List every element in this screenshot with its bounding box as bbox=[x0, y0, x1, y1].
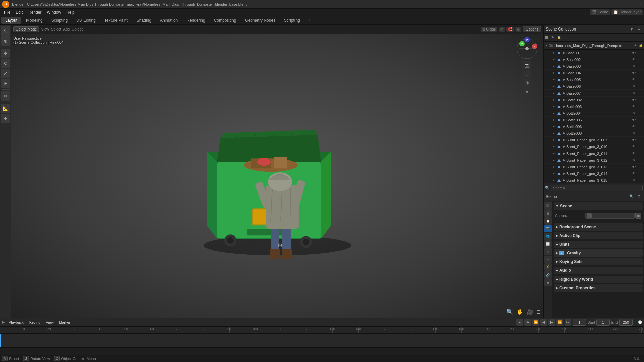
prop-tab-constraints[interactable]: 🔗 bbox=[544, 271, 552, 279]
item-expand-icon[interactable]: ▶ bbox=[552, 64, 556, 68]
item-select-btn[interactable]: ↓ bbox=[637, 131, 643, 136]
item-visibility-btn[interactable]: 👁 bbox=[631, 90, 637, 96]
prop-tab-output[interactable]: 🖨 bbox=[544, 209, 552, 217]
item-expand-icon[interactable]: ▶ bbox=[552, 98, 556, 102]
item-visibility-btn[interactable]: 👁 bbox=[631, 84, 637, 89]
outliner-item-5[interactable]: ▶▶Base006👁↓ bbox=[544, 83, 644, 90]
menu-help[interactable]: Help bbox=[64, 9, 77, 15]
item-visibility-btn[interactable]: 👁 bbox=[631, 70, 637, 76]
tab-geometry-nodes[interactable]: Geometry Nodes bbox=[241, 17, 279, 24]
outliner-item-14[interactable]: ▶▶Burnt_Paper_geo_3_010👁↓ bbox=[544, 143, 644, 150]
gravity-checkbox[interactable]: ✓ bbox=[559, 251, 564, 255]
item-visibility-btn[interactable]: 👁 bbox=[631, 111, 637, 116]
item-select-btn[interactable]: ↓ bbox=[637, 64, 643, 69]
outliner-item-9[interactable]: ▶▶Bottle004👁↓ bbox=[544, 110, 644, 117]
viewport-grid-icon[interactable]: ⊞ bbox=[523, 70, 531, 78]
window-maximize[interactable]: □ bbox=[634, 2, 636, 6]
expand-scene-icon[interactable]: ▼ bbox=[545, 44, 548, 47]
scene-visible-icon[interactable]: 👁 bbox=[634, 44, 637, 47]
menu-file[interactable]: File bbox=[1, 9, 13, 15]
prop-tab-material[interactable]: ⬬ bbox=[544, 279, 552, 286]
outliner-filter-icon[interactable]: ▼ bbox=[629, 26, 635, 32]
viewport-select-menu[interactable]: Select bbox=[51, 27, 61, 31]
filter-icon2[interactable]: 🔒 bbox=[556, 35, 562, 41]
menu-render[interactable]: Render bbox=[25, 9, 44, 15]
display-mode-icons[interactable]: ☰ bbox=[545, 36, 548, 39]
window-close[interactable]: ✕ bbox=[639, 2, 642, 6]
item-select-btn[interactable]: ↓ bbox=[637, 117, 643, 123]
item-visibility-btn[interactable]: 👁 bbox=[631, 137, 637, 143]
menu-edit[interactable]: Edit bbox=[13, 9, 25, 15]
item-visibility-btn[interactable]: 👁 bbox=[631, 50, 637, 56]
play-back[interactable]: ◀ bbox=[540, 319, 547, 326]
camera-value[interactable] bbox=[585, 213, 635, 219]
viewport-overlay-icon[interactable]: ◑ bbox=[523, 79, 531, 87]
outliner-item-3[interactable]: ▶▶Base004👁↓ bbox=[544, 70, 644, 76]
item-expand-icon[interactable]: ▶ bbox=[552, 118, 556, 122]
item-select-btn[interactable]: ↓ bbox=[637, 111, 643, 116]
item-expand-icon[interactable]: ▶ bbox=[552, 172, 556, 176]
item-select-btn[interactable]: ↓ bbox=[637, 144, 643, 149]
outliner-item-10[interactable]: ▶▶Bottle005👁↓ bbox=[544, 117, 644, 123]
item-visibility-btn[interactable]: 👁 bbox=[631, 171, 637, 176]
outliner-item-13[interactable]: ▶▶Burnt_Paper_geo_3_007👁↓ bbox=[544, 137, 644, 143]
item-visibility-btn[interactable]: 👁 bbox=[631, 97, 637, 103]
viewport-3d[interactable]: Object Mode View Select Add Object ⊞ Glo… bbox=[11, 25, 543, 318]
marker-menu[interactable]: Marker bbox=[58, 320, 72, 325]
timeline-ruler[interactable]: 1102030405060708090100110120130140150160… bbox=[0, 327, 644, 334]
transform-global[interactable]: ⊞ Global bbox=[481, 27, 497, 32]
jump-end[interactable]: ⏭ bbox=[565, 319, 571, 326]
item-expand-icon[interactable]: ▶ bbox=[552, 158, 556, 162]
viewport-view-menu[interactable]: View bbox=[41, 27, 49, 31]
item-select-btn[interactable]: ↓ bbox=[637, 151, 643, 156]
tab-texture-paint[interactable]: Texture Paint bbox=[100, 17, 132, 24]
viewport-object-menu[interactable]: Object bbox=[72, 27, 83, 31]
item-expand-icon[interactable]: ▶ bbox=[552, 125, 556, 129]
playback-menu[interactable]: Playback bbox=[7, 320, 25, 325]
item-select-btn[interactable]: ↓ bbox=[637, 50, 643, 56]
navigation-gizmo[interactable]: X Y Z bbox=[515, 37, 539, 60]
tab-sculpting[interactable]: Sculpting bbox=[47, 17, 72, 24]
tab-scripting[interactable]: Scripting bbox=[280, 17, 304, 24]
scene-3d[interactable]: X Y Z 📷 ⊞ ◑ ● 🔍 bbox=[11, 25, 543, 318]
viewport-shading-icon[interactable]: ● bbox=[523, 87, 531, 96]
item-visibility-btn[interactable]: 👁 bbox=[631, 178, 637, 183]
outliner-item-15[interactable]: ▶▶Burnt_Paper_geo_3_011👁↓ bbox=[544, 150, 644, 157]
item-visibility-btn[interactable]: 👁 bbox=[631, 104, 637, 109]
item-expand-icon[interactable]: ▶ bbox=[552, 58, 556, 62]
prop-tab-mesh[interactable]: △ bbox=[544, 248, 552, 255]
viewport-search[interactable]: 🔍 bbox=[506, 309, 513, 315]
item-expand-icon[interactable]: ▶ bbox=[552, 51, 556, 55]
toolbar-move[interactable]: ✥ bbox=[1, 49, 10, 58]
outliner-settings-icon[interactable]: ⚙ bbox=[636, 26, 642, 32]
keying-menu[interactable]: Keying bbox=[28, 320, 42, 325]
tab-shading[interactable]: Shading bbox=[132, 17, 155, 24]
item-expand-icon[interactable]: ▶ bbox=[552, 84, 556, 88]
properties-search-icon[interactable]: 🔍 bbox=[629, 194, 635, 200]
outliner-item-6[interactable]: ▶▶Base007👁↓ bbox=[544, 90, 644, 97]
prop-tab-view-layer[interactable]: 📋 bbox=[544, 217, 552, 225]
custom-props-header[interactable]: ▶ Custom Properties bbox=[554, 284, 643, 292]
outliner-item-4[interactable]: ▶▶Base005👁↓ bbox=[544, 76, 644, 83]
tab-animation[interactable]: Animation bbox=[156, 17, 182, 24]
viewport-camera-view[interactable]: 🎥 bbox=[527, 309, 533, 315]
item-select-btn[interactable]: ↓ bbox=[637, 137, 643, 143]
outliner-item-12[interactable]: ▶▶Bottle008👁↓ bbox=[544, 130, 644, 137]
item-select-btn[interactable]: ↓ bbox=[637, 158, 643, 163]
scene-selector[interactable]: 🎬 Scene bbox=[590, 9, 610, 15]
item-expand-icon[interactable]: ▶ bbox=[552, 105, 556, 109]
render-layer-selector[interactable]: 📋 RenderLayer bbox=[611, 9, 643, 15]
tab-rendering[interactable]: Rendering bbox=[182, 17, 209, 24]
item-select-btn[interactable]: ↓ bbox=[637, 178, 643, 183]
item-select-btn[interactable]: ↓ bbox=[637, 84, 643, 89]
item-select-btn[interactable]: ↓ bbox=[637, 124, 643, 129]
prop-tab-object[interactable]: ⬜ bbox=[544, 240, 552, 248]
item-select-btn[interactable]: ↓ bbox=[637, 171, 643, 176]
scene-section-header[interactable]: ▼ Scene bbox=[554, 202, 643, 210]
item-expand-icon[interactable]: ▶ bbox=[552, 111, 556, 115]
item-visibility-btn[interactable]: 👁 bbox=[631, 164, 637, 170]
snap-toggle[interactable]: 🧲 bbox=[506, 27, 514, 32]
item-expand-icon[interactable]: ▶ bbox=[552, 178, 556, 182]
tab-modeling[interactable]: Modeling bbox=[22, 17, 47, 24]
background-scene-header[interactable]: ▶ Background Scene bbox=[554, 223, 643, 231]
